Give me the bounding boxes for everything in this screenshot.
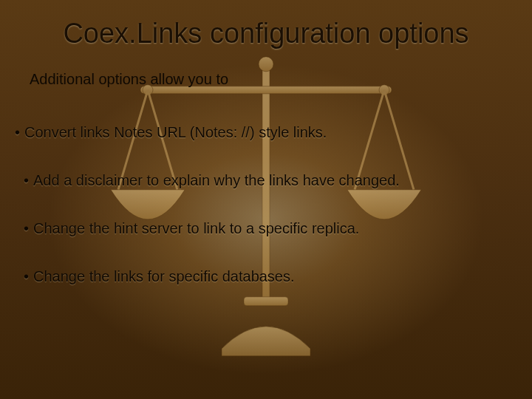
bullet-list: •Convert links Notes URL (Notes: //) sty…: [15, 124, 517, 316]
slide-subtitle: Additional options allow you to: [30, 71, 228, 88]
bullet-item: •Change the links for specific databases…: [15, 268, 517, 285]
bullet-icon: •: [15, 124, 20, 141]
bullet-text: Add a disclaimer to explain why the link…: [33, 172, 400, 188]
bullet-text: Convert links Notes URL (Notes: //) styl…: [24, 124, 327, 140]
slide-title: Coex.Links configuration options: [0, 18, 532, 50]
bullet-text: Change the hint server to link to a spec…: [33, 220, 359, 236]
slide: Coex.Links configuration options Additio…: [0, 0, 532, 399]
svg-point-1: [259, 57, 273, 72]
bullet-icon: •: [24, 268, 29, 285]
bullet-icon: •: [24, 220, 29, 237]
bullet-icon: •: [24, 172, 29, 189]
bullet-item: •Add a disclaimer to explain why the lin…: [15, 172, 517, 189]
bullet-item: •Change the hint server to link to a spe…: [15, 220, 517, 237]
bullet-item: •Convert links Notes URL (Notes: //) sty…: [15, 124, 517, 141]
bullet-text: Change the links for specific databases.: [33, 268, 295, 284]
svg-point-4: [379, 85, 389, 95]
